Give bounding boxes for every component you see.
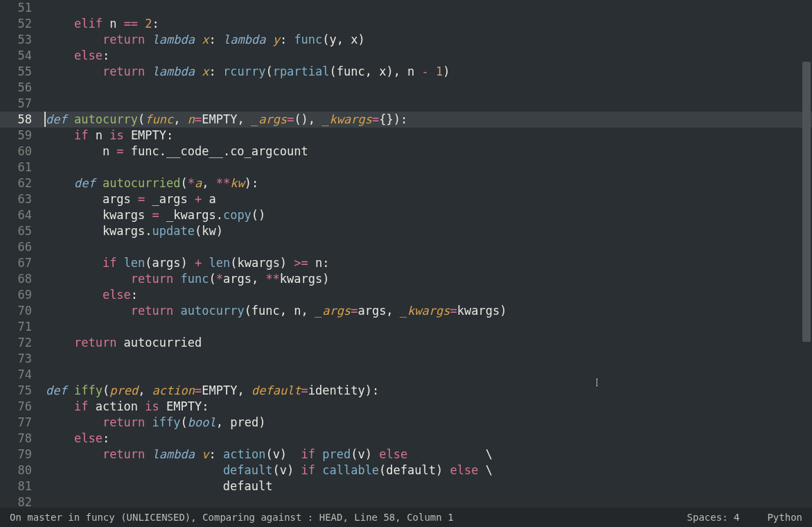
line-number: 57 (0, 96, 32, 112)
code-line[interactable] (40, 0, 812, 16)
code-line[interactable]: n = func.__code__.co_argcount (40, 144, 812, 159)
code-content[interactable]: elif n == 2: return lambda x: lambda y: … (40, 0, 812, 508)
line-number: 68 (0, 271, 32, 287)
code-line[interactable]: kwargs = _kwargs.copy() (40, 207, 812, 223)
code-line[interactable]: return func(*args, **kwargs) (40, 271, 812, 287)
code-editor[interactable]: 5152535455565758596061626364656667686970… (0, 0, 812, 508)
status-bar: On master in funcy (UNLICENSED), Compari… (0, 508, 812, 527)
line-number: 54 (0, 48, 32, 64)
status-left-text[interactable]: On master in funcy (UNLICENSED), Compari… (10, 510, 454, 526)
line-number: 80 (0, 463, 32, 478)
line-number: 72 (0, 335, 32, 351)
code-line[interactable]: def autocurry(func, n=EMPTY, _args=(), _… (40, 112, 812, 128)
line-number: 74 (0, 367, 32, 383)
line-number: 64 (0, 207, 32, 223)
line-number: 53 (0, 32, 32, 48)
line-number: 55 (0, 64, 32, 80)
minimap[interactable] (800, 0, 812, 508)
line-number: 69 (0, 287, 32, 303)
code-line[interactable] (40, 367, 812, 383)
line-number: 75 (0, 383, 32, 399)
line-number: 59 (0, 128, 32, 144)
line-number: 81 (0, 478, 32, 494)
line-number: 65 (0, 223, 32, 239)
status-indent[interactable]: Spaces: 4 (687, 510, 740, 526)
code-line[interactable]: return lambda x: rcurry(rpartial(func, x… (40, 64, 812, 80)
code-line[interactable]: else: (40, 431, 812, 447)
line-number: 61 (0, 159, 32, 175)
code-line[interactable] (40, 351, 812, 367)
code-line[interactable]: return lambda x: lambda y: func(y, x) (40, 32, 812, 48)
code-line[interactable]: args = _args + a (40, 191, 812, 207)
line-number-gutter[interactable]: 5152535455565758596061626364656667686970… (0, 0, 40, 508)
code-line[interactable]: elif n == 2: (40, 16, 812, 32)
line-number: 82 (0, 494, 32, 508)
line-number: 56 (0, 80, 32, 96)
line-number: 73 (0, 351, 32, 367)
code-line[interactable]: if n is EMPTY: (40, 128, 812, 144)
code-line[interactable] (40, 96, 812, 112)
code-line[interactable]: else: (40, 48, 812, 64)
code-line[interactable]: else: (40, 287, 812, 303)
code-line[interactable] (40, 159, 812, 175)
code-line[interactable]: return autocurried (40, 335, 812, 351)
minimap-viewport-thumb[interactable] (802, 62, 811, 342)
code-line[interactable]: return autocurry(func, n, _args=args, _k… (40, 303, 812, 319)
code-line[interactable] (40, 80, 812, 96)
line-number: 58 (0, 112, 32, 128)
code-line[interactable]: def iffy(pred, action=EMPTY, default=ide… (40, 383, 812, 399)
code-line[interactable] (40, 319, 812, 335)
line-number: 51 (0, 0, 32, 16)
code-line[interactable]: default (40, 478, 812, 494)
code-line[interactable] (40, 494, 812, 508)
line-number: 77 (0, 415, 32, 431)
line-number: 63 (0, 191, 32, 207)
code-line[interactable]: if len(args) + len(kwargs) >= n: (40, 255, 812, 271)
code-line[interactable]: if action is EMPTY: (40, 399, 812, 415)
text-cursor (44, 112, 46, 127)
code-line[interactable]: return lambda v: action(v) if pred(v) el… (40, 447, 812, 463)
line-number: 76 (0, 399, 32, 415)
code-line[interactable] (40, 239, 812, 255)
code-line[interactable]: default(v) if callable(default) else \ (40, 463, 812, 478)
code-line[interactable]: def autocurried(*a, **kw): (40, 175, 812, 191)
code-line[interactable]: kwargs.update(kw) (40, 223, 812, 239)
line-number: 52 (0, 16, 32, 32)
line-number: 79 (0, 447, 32, 463)
line-number: 66 (0, 239, 32, 255)
line-number: 62 (0, 175, 32, 191)
line-number: 60 (0, 144, 32, 159)
line-number: 78 (0, 431, 32, 447)
line-number: 67 (0, 255, 32, 271)
code-line[interactable]: return iffy(bool, pred) (40, 415, 812, 431)
status-language[interactable]: Python (767, 510, 802, 526)
line-number: 70 (0, 303, 32, 319)
line-number: 71 (0, 319, 32, 335)
